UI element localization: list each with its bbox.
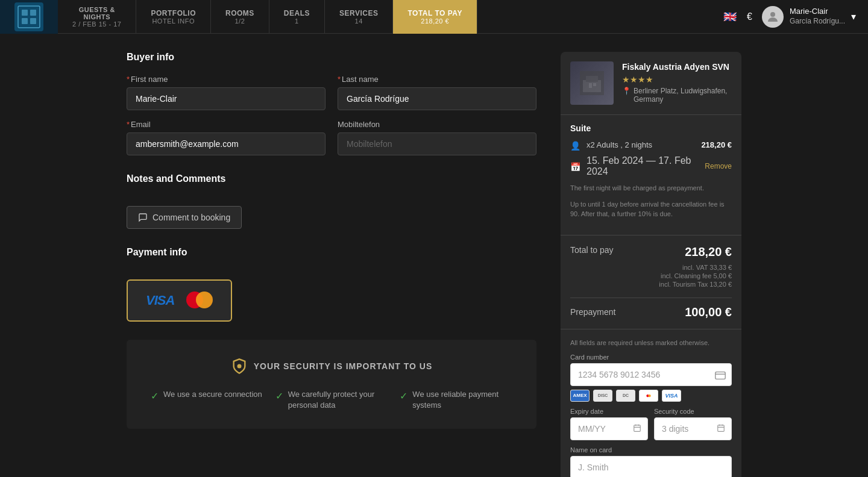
- notes-section: Notes and Comments Comment to booking: [127, 173, 536, 229]
- svg-point-6: [770, 12, 775, 17]
- nav-rooms-label: ROOMS: [225, 9, 254, 17]
- nav-item-guests[interactable]: GUESTS & NIGHTS 2 / Feb 15 - 17: [58, 0, 136, 34]
- nav-item-rooms[interactable]: ROOMS 1/2: [211, 0, 269, 34]
- date-row: 📅 15. Feb 2024 — 17. Feb 2024 Remove: [570, 155, 732, 177]
- nav-items: GUESTS & NIGHTS 2 / Feb 15 - 17 PORTFOLI…: [58, 0, 723, 34]
- nav-item-portfolio[interactable]: PORTFOLIO Hotel Info: [136, 0, 211, 34]
- visa-brand: VISA: [662, 390, 681, 402]
- expiry-field: [570, 417, 648, 440]
- calendar-icon: 📅: [570, 162, 580, 172]
- nav-right: 🇬🇧 € Marie-Clair García Rodrígu... ▾: [723, 6, 868, 28]
- hotel-image: [570, 61, 614, 105]
- sidebar: Fiskaly Austria Adyen SVN ★★★★ 📍 Berline…: [561, 52, 741, 477]
- security-feature-1: ✓ We use a secure connection: [151, 389, 263, 411]
- svg-rect-4: [22, 18, 28, 24]
- security-col: Security code: [654, 408, 732, 440]
- name-on-card-label: Name on card: [570, 446, 732, 454]
- card-number-input[interactable]: [570, 363, 732, 386]
- hotel-header: Fiskaly Austria Adyen SVN ★★★★ 📍 Berline…: [561, 52, 741, 114]
- total-row: Total to pay 218,20 €: [570, 245, 732, 259]
- payment-title: Payment info: [127, 247, 536, 258]
- first-name-label: *First name: [127, 75, 326, 84]
- nav-item-deals[interactable]: DEALS 1: [269, 0, 325, 34]
- feature-text-2: We carefully protect your personal data: [288, 389, 388, 411]
- nav-total-label: TOTAL TO PAY: [407, 9, 462, 17]
- pin-icon: 📍: [622, 87, 631, 95]
- discover-brand: DISC: [593, 390, 612, 402]
- prepayment-row: Prepayment 100,00 €: [570, 298, 732, 319]
- name-on-card-group: Name on card: [570, 446, 732, 478]
- user-name: Marie-Clair García Rodrígu...: [790, 7, 845, 26]
- nav-deals-label: DEALS: [284, 9, 310, 17]
- card-number-field: [570, 363, 732, 390]
- nav-guests-sub: 2 / Feb 15 - 17: [72, 20, 121, 28]
- buyer-info-title: Buyer info: [127, 52, 536, 63]
- visa-logo: VISA: [146, 293, 174, 308]
- total-section: Total to pay 218,20 € incl. VAT 33,33 € …: [561, 235, 741, 329]
- feature-text-3: We use reliable payment systems: [412, 389, 512, 411]
- security-feature-2: ✓ We carefully protect your personal dat…: [275, 389, 388, 411]
- remove-link[interactable]: Remove: [705, 162, 732, 170]
- svg-rect-10: [586, 76, 598, 82]
- buyer-info-section: Buyer info *First name *Last name: [127, 52, 536, 155]
- mastercard-logo: [186, 292, 213, 310]
- payment-section: Payment info VISA: [127, 247, 536, 322]
- guests-icon: 👤: [570, 141, 580, 151]
- phone-group: Mobiltelefon: [338, 120, 536, 155]
- cleaning-fee-row: incl. Cleaning fee 5,00 €: [570, 272, 732, 279]
- required-note: All fields are required unless marked ot…: [570, 339, 732, 346]
- hotel-location: 📍 Berliner Platz, Ludwigshafen, Germany: [622, 87, 732, 104]
- nav-item-services[interactable]: SERVICES 14: [325, 0, 393, 34]
- first-name-input[interactable]: [127, 87, 326, 110]
- last-name-input[interactable]: [338, 87, 536, 110]
- form-section: Buyer info *First name *Last name: [127, 52, 536, 477]
- payment-card-options[interactable]: VISA: [127, 279, 232, 322]
- hotel-info: Fiskaly Austria Adyen SVN ★★★★ 📍 Berline…: [622, 61, 732, 105]
- expiry-col: Expiry date: [570, 408, 648, 440]
- svg-rect-5: [30, 18, 36, 24]
- guests-row: 👤 x2 Adults , 2 nights 218,20 €: [570, 140, 732, 151]
- mc-circle-right: [196, 292, 213, 308]
- hotel-name: Fiskaly Austria Adyen SVN: [622, 61, 732, 72]
- expiry-label: Expiry date: [570, 408, 648, 415]
- security-code-label: Security code: [654, 408, 732, 415]
- hotel-card: Fiskaly Austria Adyen SVN ★★★★ 📍 Berline…: [561, 52, 741, 477]
- svg-rect-3: [30, 10, 36, 16]
- svg-rect-2: [22, 10, 28, 16]
- email-group: *Email: [127, 120, 326, 155]
- comment-to-booking-button[interactable]: Comment to booking: [127, 206, 242, 229]
- logo-icon: [14, 2, 43, 31]
- nav-guests-label: GUESTS & NIGHTS: [79, 6, 115, 20]
- svg-rect-12: [593, 83, 596, 86]
- flag-icon[interactable]: 🇬🇧: [723, 12, 737, 22]
- tourism-tax-row: incl. Tourism Tax 13,20 €: [570, 281, 732, 288]
- guests-text: x2 Adults , 2 nights: [587, 140, 695, 149]
- top-nav: GUESTS & NIGHTS 2 / Feb 15 - 17 PORTFOLI…: [0, 0, 868, 34]
- phone-input[interactable]: [338, 132, 536, 155]
- payment-form: All fields are required unless marked ot…: [561, 329, 741, 478]
- main-content: Buyer info *First name *Last name: [0, 34, 868, 477]
- notes-title: Notes and Comments: [127, 173, 536, 184]
- nav-total-sub: 218,20 €: [421, 17, 449, 25]
- nav-item-total[interactable]: TOTAL TO PAY 218,20 €: [393, 0, 477, 34]
- svg-rect-0: [14, 2, 43, 31]
- check-icon-1: ✓: [151, 390, 159, 402]
- shield-icon: [231, 358, 248, 375]
- name-on-card-input[interactable]: [570, 456, 732, 478]
- hotel-stars: ★★★★: [622, 75, 732, 84]
- currency-button[interactable]: €: [747, 11, 752, 22]
- svg-rect-11: [589, 83, 592, 88]
- policy-text-2: Up to until 1 day before arrival the can…: [570, 199, 732, 219]
- required-star-2: *: [338, 75, 341, 84]
- security-code-icon: [716, 423, 726, 434]
- card-brands-row: AMEX DISC DC ●● VISA: [570, 390, 732, 402]
- mc-brand: ●●: [639, 390, 658, 402]
- prepayment-amount: 100,00 €: [685, 305, 732, 319]
- user-area[interactable]: Marie-Clair García Rodrígu... ▾: [762, 6, 856, 28]
- feature-text-1: We use a secure connection: [163, 389, 262, 400]
- email-input[interactable]: [127, 132, 326, 155]
- date-text: 15. Feb 2024 — 17. Feb 2024: [587, 155, 699, 177]
- total-amount: 218,20 €: [685, 245, 732, 259]
- last-name-group: *Last name: [338, 75, 536, 110]
- required-star: *: [127, 75, 130, 84]
